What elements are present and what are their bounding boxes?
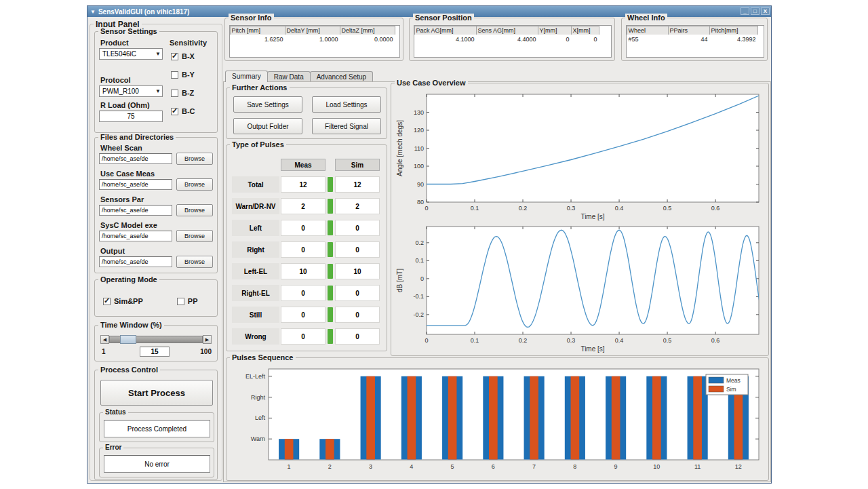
- filtered-signal-button[interactable]: Filtered Signal: [312, 118, 381, 134]
- file-field-label: Output: [100, 247, 125, 255]
- pulses-col-meas: Meas: [281, 159, 326, 171]
- time-window-value[interactable]: 15: [140, 347, 170, 357]
- table-value: 0: [538, 35, 572, 44]
- file-path-input[interactable]: /home/sc_ase/de: [99, 179, 172, 190]
- tab-raw-data[interactable]: Raw Data: [267, 71, 311, 82]
- column-header: Sens AG[mm]: [476, 26, 538, 35]
- svg-text:0.2: 0.2: [519, 205, 528, 212]
- product-dropdown[interactable]: TLE5046iC ▼: [99, 48, 163, 60]
- error-title: Error: [103, 444, 123, 451]
- svg-text:0.2: 0.2: [415, 239, 424, 246]
- files-list: Wheel Scan/home/sc_ase/deBrowseUse Case …: [99, 143, 214, 272]
- app-window: ▼ SensValidGUI (on vihic1817) _ □ X Inpu…: [87, 5, 772, 484]
- svg-text:10: 10: [653, 463, 660, 470]
- checkbox-icon[interactable]: [177, 298, 184, 305]
- browse-button[interactable]: Browse: [176, 230, 213, 242]
- tab-summary[interactable]: Summary: [225, 71, 268, 82]
- svg-text:1: 1: [288, 463, 291, 470]
- protocol-dropdown[interactable]: PWM_R100 ▼: [99, 85, 163, 97]
- file-field: SysC Model exe/home/sc_ase/deBrowse: [99, 220, 214, 246]
- pulses-sequence-group: Pulses Sequence WarnLeftRightEL-Left1234…: [226, 357, 769, 481]
- table-value: 0.0000: [340, 35, 395, 44]
- output-folder-button[interactable]: Output Folder: [233, 118, 302, 134]
- match-indicator: [328, 220, 333, 235]
- chevron-down-icon: ▼: [155, 88, 161, 94]
- table-header-row: WheelPPairsPitch[mm]: [627, 26, 764, 35]
- file-field: Output/home/sc_ase/deBrowse: [99, 246, 214, 272]
- browse-button[interactable]: Browse: [176, 178, 213, 191]
- opmode-checkbox-simpp[interactable]: ✓Sim&PP: [103, 297, 143, 305]
- process-control-title: Process Control: [98, 366, 160, 374]
- browse-button[interactable]: Browse: [176, 153, 213, 165]
- browse-button[interactable]: Browse: [176, 256, 213, 268]
- use-case-overview-group: Use Case Overview 00.10.20.30.40.50.6809…: [391, 83, 769, 356]
- match-indicator: [328, 242, 333, 257]
- table-value-row: 4.10004.400000: [414, 35, 611, 43]
- file-field: Use Case Meas/home/sc_ase/deBrowse: [99, 169, 214, 195]
- file-field-label: SysC Model exe: [100, 221, 157, 229]
- time-window-slider[interactable]: ◀ ▶: [100, 335, 212, 344]
- file-path-input[interactable]: /home/sc_ase/de: [99, 231, 172, 241]
- sensitivity-checkbox-b-x[interactable]: ✓B-X: [171, 52, 195, 60]
- sensor-info-title: Sensor Info: [229, 14, 274, 22]
- sensitivity-checkbox-b-z[interactable]: B-Z: [171, 89, 195, 97]
- column-header: Pack AG[mm]: [414, 26, 477, 35]
- file-path-input[interactable]: /home/sc_ase/de: [99, 153, 172, 164]
- file-path-input[interactable]: /home/sc_ase/de: [99, 205, 172, 216]
- browse-button[interactable]: Browse: [176, 204, 213, 216]
- match-indicator: [328, 264, 333, 279]
- match-indicator: [328, 329, 333, 344]
- tab-advanced-setup[interactable]: Advanced Setup: [310, 71, 373, 82]
- svg-text:Left: Left: [255, 414, 266, 421]
- svg-text:12: 12: [735, 463, 742, 470]
- status-group: Status Process Completed: [99, 412, 214, 442]
- sensitivity-checkbox-b-c[interactable]: ✓B-C: [171, 107, 195, 115]
- svg-text:8: 8: [573, 463, 576, 470]
- svg-text:7: 7: [532, 463, 536, 470]
- check-mark-icon: ✓: [172, 52, 178, 60]
- angle-chart: 00.10.20.30.40.50.68090100110120130Time …: [395, 90, 764, 221]
- checkbox-icon[interactable]: ✓: [103, 298, 111, 305]
- pulses-meas-value: 0: [281, 307, 326, 323]
- minimize-icon[interactable]: _: [741, 7, 749, 15]
- use-case-overview-title: Use Case Overview: [395, 79, 468, 87]
- checkbox-icon[interactable]: ✓: [171, 53, 178, 60]
- checkbox-icon[interactable]: [171, 71, 178, 79]
- file-path-input[interactable]: /home/sc_ase/de: [99, 256, 172, 267]
- sensitivity-checkbox-b-y[interactable]: B-Y: [171, 71, 195, 79]
- column-header: Wheel: [627, 26, 669, 35]
- sensor-info-group: Sensor Info Pitch [mm]DeltaY [mm]DeltaZ …: [224, 18, 403, 61]
- pulses-sim-value: 12: [335, 176, 380, 193]
- slider-thumb[interactable]: [120, 335, 136, 344]
- svg-text:0.1: 0.1: [415, 257, 424, 264]
- close-icon[interactable]: X: [761, 7, 770, 15]
- opmode-checkbox-pp[interactable]: PP: [177, 297, 198, 305]
- slider-left-arrow-icon[interactable]: ◀: [100, 335, 109, 344]
- file-field-label: Wheel Scan: [100, 144, 142, 152]
- svg-text:0.1: 0.1: [471, 337, 479, 344]
- window-menu-icon[interactable]: ▼: [90, 9, 96, 15]
- sensor-info-table: Pitch [mm]DeltaY [mm]DeltaZ [mm]1.62501.…: [229, 25, 400, 58]
- checkbox-icon[interactable]: ✓: [171, 108, 178, 115]
- maximize-icon[interactable]: □: [751, 7, 760, 15]
- slider-right-arrow-icon[interactable]: ▶: [203, 335, 212, 344]
- start-process-button[interactable]: Start Process: [100, 380, 213, 406]
- match-indicator: [328, 307, 333, 322]
- pulses-sequence-title: Pulses Sequence: [230, 353, 296, 361]
- match-indicator: [328, 199, 333, 214]
- files-group: Files and Directories Wheel Scan/home/sc…: [94, 137, 218, 273]
- pulses-row-total: Total1212: [226, 176, 387, 193]
- checkbox-icon[interactable]: [171, 90, 178, 97]
- file-field: Wheel Scan/home/sc_ase/deBrowse: [99, 143, 214, 169]
- table-value: 4.3992: [709, 35, 758, 44]
- svg-text:100: 100: [414, 163, 424, 170]
- rload-input[interactable]: 75: [99, 111, 163, 122]
- further-actions-title: Further Actions: [230, 83, 290, 92]
- svg-text:0.4: 0.4: [615, 205, 624, 212]
- load-settings-button[interactable]: Load Settings: [312, 96, 381, 113]
- table-value-row: 1.62501.00000.0000: [230, 35, 399, 43]
- match-indicator: [328, 286, 333, 300]
- save-settings-button[interactable]: Save Settings: [233, 96, 302, 113]
- pulses-meas-value: 0: [281, 220, 326, 236]
- svg-text:3: 3: [369, 463, 372, 470]
